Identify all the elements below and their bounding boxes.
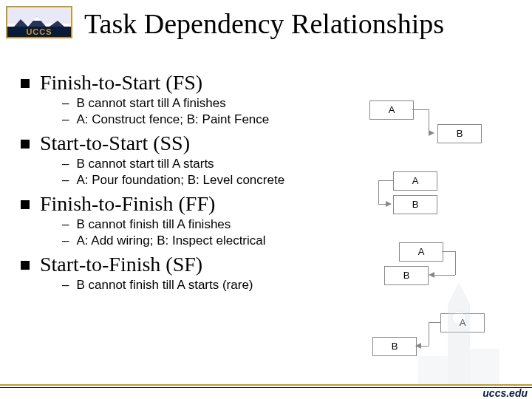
heading-sf: Start-to-Finish (SF) (21, 253, 346, 276)
logo-text: UCCS (7, 27, 71, 37)
dash-icon: – (62, 157, 69, 171)
bullet-icon (21, 261, 30, 270)
svg-marker-1 (33, 16, 41, 21)
slide-title: Task Dependency Relationships (84, 7, 444, 40)
connector-line (442, 251, 455, 252)
dash-icon: – (62, 112, 69, 126)
svg-point-4 (452, 311, 466, 324)
heading-text: Start-to-Start (SS) (40, 132, 190, 154)
heading-fs: Finish-to-Start (FS) (21, 71, 346, 95)
heading-text: Finish-to-Start (FS) (40, 71, 202, 94)
sub-item: –B cannot start till A starts (62, 157, 346, 171)
task-box-a: A (393, 171, 437, 191)
content-area: Finish-to-Start (FS) –B cannot start til… (21, 66, 346, 294)
sub-text: A: Construct fence; B: Paint Fence (76, 112, 269, 126)
dash-icon: – (62, 173, 69, 187)
sub-text: B cannot finish till A finishes (76, 217, 231, 231)
svg-rect-5 (418, 356, 448, 386)
sub-item: –A: Add wiring; B: Inspect electrical (62, 233, 346, 248)
sub-item: –B cannot start till A finishes (62, 96, 346, 111)
heading-text: Start-to-Finish (SF) (40, 253, 202, 276)
diagram-fs: A B (364, 98, 497, 152)
sub-text: A: Pour foundation; B: Level concrete (76, 173, 284, 187)
sub-item: –B cannot finish till A starts (rare) (62, 278, 346, 293)
bullet-icon (21, 79, 30, 88)
section-fs: Finish-to-Start (FS) –B cannot start til… (21, 71, 346, 127)
task-box-b: B (437, 124, 482, 143)
sub-text: B cannot start till A starts (76, 157, 214, 171)
dash-icon: – (62, 233, 69, 248)
diagram-ss: A B (364, 168, 497, 223)
sub-text: A: Add wiring; B: Inspect electrical (76, 233, 265, 248)
uccs-logo: UCCS (6, 6, 72, 38)
svg-rect-6 (470, 349, 499, 386)
section-sf: Start-to-Finish (SF) –B cannot finish ti… (21, 253, 346, 293)
task-box-a: A (369, 100, 414, 120)
sub-item: –A: Pour foundation; B: Level concrete (62, 173, 346, 188)
clocktower-watermark (418, 275, 499, 386)
connector-line (378, 180, 379, 204)
dash-icon: – (62, 96, 69, 110)
heading-text: Finish-to-Finish (FF) (40, 192, 215, 215)
footer-rule-gold (0, 384, 532, 386)
sub-text: B cannot start till A finishes (76, 96, 225, 110)
footer-url: uccs.edu (482, 387, 528, 399)
sub-text: B cannot finish till A starts (rare) (76, 278, 253, 292)
sub-item: –B cannot finish till A finishes (62, 217, 346, 232)
bullet-icon (21, 140, 30, 149)
dash-icon: – (62, 217, 69, 231)
arrow-icon (386, 201, 392, 207)
task-box-a: A (399, 242, 443, 262)
bullet-icon (21, 200, 30, 209)
svg-marker-3 (448, 282, 470, 304)
connector-line (412, 109, 429, 110)
connector-line (455, 251, 456, 275)
task-box-b: B (372, 337, 417, 356)
task-box-b: B (393, 195, 437, 214)
slide: UCCS Task Dependency Relationships Finis… (0, 0, 532, 399)
connector-line (378, 180, 393, 181)
heading-ss: Start-to-Start (SS) (21, 132, 346, 155)
footer-rule-navy (0, 387, 532, 388)
dash-icon: – (62, 278, 69, 292)
section-ss: Start-to-Start (SS) –B cannot start till… (21, 132, 346, 188)
arrow-icon (429, 130, 434, 136)
sub-item: –A: Construct fence; B: Paint Fence (62, 112, 346, 127)
section-ff: Finish-to-Finish (FF) –B cannot finish t… (21, 192, 346, 248)
heading-ff: Finish-to-Finish (FF) (21, 192, 346, 216)
